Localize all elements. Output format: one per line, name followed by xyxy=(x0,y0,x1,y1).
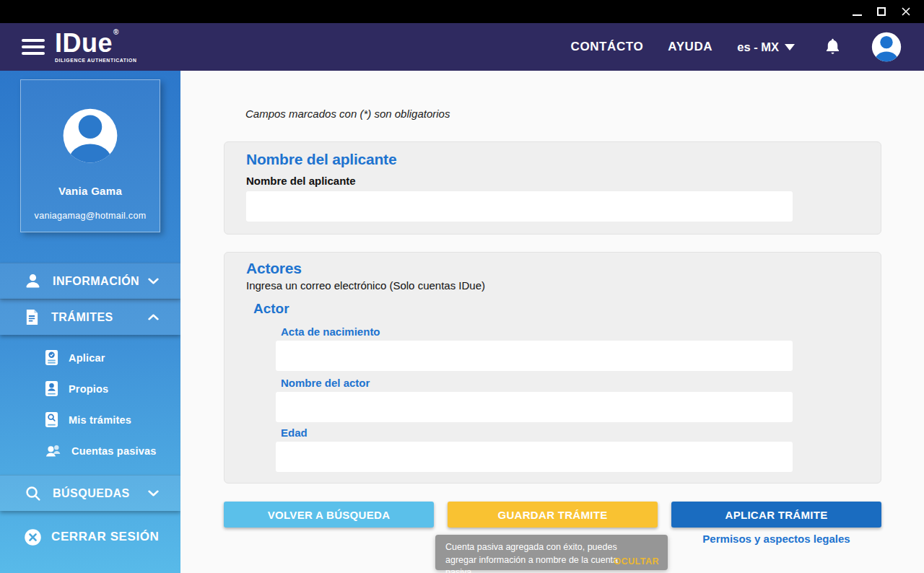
sidebar-item-label: Cuentas pasivas xyxy=(71,445,156,457)
legal-permissions-link[interactable]: Permisos y aspectos legales xyxy=(671,533,881,545)
sidebar-item-label: Propios xyxy=(69,383,108,395)
save-procedure-button[interactable]: GUARDAR TRÁMITE xyxy=(448,502,658,528)
sidebar-item-propios[interactable]: Propios xyxy=(0,373,180,404)
sidebar-item-mis-tramites[interactable]: Mis trámites xyxy=(0,404,180,435)
profile-card: Vania Gama vaniagamag@hotmail.com xyxy=(20,79,160,232)
sidebar-item-label: Mis trámites xyxy=(69,414,131,426)
age-label: Edad xyxy=(281,427,308,439)
search-icon xyxy=(25,485,41,502)
sidebar-item-label: BÚSQUEDAS xyxy=(53,487,130,500)
applicant-section: Nombre del aplicante Nombre del aplicant… xyxy=(224,141,881,235)
registered-mark: ® xyxy=(113,29,118,36)
applicant-name-label: Nombre del aplicante xyxy=(246,175,356,187)
sidebar-item-busquedas[interactable]: BÚSQUEDAS xyxy=(0,475,180,511)
logout-x-circle-icon xyxy=(24,528,42,546)
age-input[interactable] xyxy=(276,442,793,472)
toast-message: Cuenta pasiva agregada con éxito, puedes… xyxy=(445,541,633,573)
user-avatar-icon xyxy=(871,31,902,63)
sidebar-item-label: TRÁMITES xyxy=(51,311,113,324)
close-icon xyxy=(901,6,911,17)
actors-section-title: Actores xyxy=(246,260,302,277)
minimize-icon xyxy=(853,14,862,16)
chevron-up-icon xyxy=(148,314,159,320)
apply-card-icon xyxy=(45,349,58,366)
document-icon xyxy=(25,309,40,325)
language-value: es - MX xyxy=(737,40,779,54)
person-icon xyxy=(25,273,41,289)
caret-down-icon xyxy=(785,44,795,51)
hamburger-icon xyxy=(22,39,45,42)
birth-certificate-input[interactable] xyxy=(276,341,793,371)
back-to-search-button[interactable]: VOLVER A BÚSQUEDA xyxy=(224,502,434,528)
own-card-icon xyxy=(45,380,58,397)
sidebar-item-aplicar[interactable]: Aplicar xyxy=(0,342,180,373)
window-titlebar xyxy=(0,0,924,23)
menu-toggle-button[interactable] xyxy=(22,35,45,58)
actor-name-label: Nombre del actor xyxy=(281,377,370,389)
sidebar-item-cuentas-pasivas[interactable]: Cuentas pasivas xyxy=(0,435,180,466)
applicant-section-title: Nombre del aplicante xyxy=(246,151,396,168)
sidebar-item-tramites[interactable]: TRÁMITES xyxy=(0,299,180,335)
profile-name: Vania Gama xyxy=(58,185,122,197)
nav-contact-link[interactable]: CONTÁCTO xyxy=(571,40,644,54)
apply-procedure-button[interactable]: APLICAR TRÁMITE xyxy=(671,502,881,528)
window-maximize-button[interactable] xyxy=(871,1,892,22)
toast-notification: Cuenta pasiva agregada con éxito, puedes… xyxy=(435,535,668,570)
profile-email: vaniagamag@hotmail.com xyxy=(35,211,147,221)
window-close-button[interactable] xyxy=(895,1,917,22)
sidebar-item-cerrar-sesion[interactable]: CERRAR SESIÓN xyxy=(0,520,180,554)
logo-text: IDue xyxy=(55,30,113,56)
sidebar-item-informacion[interactable]: INFORMACIÓN xyxy=(0,263,180,299)
group-icon xyxy=(45,443,61,458)
actors-section: Actores Ingresa un correo electrónico (S… xyxy=(224,252,881,484)
tramites-submenu: Aplicar Propios xyxy=(0,335,180,475)
search-card-icon xyxy=(45,411,58,428)
actor-name-input[interactable] xyxy=(276,392,793,422)
user-avatar-button[interactable] xyxy=(871,31,902,63)
main-content: Campos marcados con (*) son obligatorios… xyxy=(180,71,924,573)
app-window: IDue ® DILIGENCE AUTHENTICATION CONTÁCTO… xyxy=(0,0,924,573)
sidebar: Vania Gama vaniagamag@hotmail.com INFORM… xyxy=(0,71,180,573)
language-selector[interactable]: es - MX xyxy=(737,40,795,54)
sidebar-nav: INFORMACIÓN TRÁMITES xyxy=(0,263,180,511)
chevron-down-icon xyxy=(148,490,159,497)
nav-help-link[interactable]: AYUDA xyxy=(668,40,712,54)
applicant-name-input[interactable] xyxy=(246,191,793,222)
toast-hide-button[interactable]: OCULTAR xyxy=(614,556,659,567)
required-fields-note: Campos marcados con (*) son obligatorios xyxy=(245,108,450,120)
birth-certificate-label: Acta de nacimiento xyxy=(281,325,380,338)
sidebar-item-label: INFORMACIÓN xyxy=(53,275,139,288)
sidebar-item-label: CERRAR SESIÓN xyxy=(51,530,160,544)
actor-title: Actor xyxy=(253,301,289,317)
bell-icon xyxy=(824,38,841,56)
sidebar-item-label: Aplicar xyxy=(69,352,105,364)
profile-avatar-icon xyxy=(62,108,118,164)
actors-section-subtitle: Ingresa un correo electrónico (Solo cuen… xyxy=(246,279,485,292)
maximize-icon xyxy=(877,7,886,16)
logo-tagline: DILIGENCE AUTHENTICATION xyxy=(55,58,136,64)
header-nav: CONTÁCTO AYUDA es - MX xyxy=(571,31,924,63)
notifications-button[interactable] xyxy=(824,38,841,56)
app-logo[interactable]: IDue ® DILIGENCE AUTHENTICATION xyxy=(55,30,136,64)
form-actions: VOLVER A BÚSQUEDA GUARDAR TRÁMITE APLICA… xyxy=(224,502,881,528)
window-minimize-button[interactable] xyxy=(846,1,868,22)
chevron-down-icon xyxy=(148,278,159,284)
app-header: IDue ® DILIGENCE AUTHENTICATION CONTÁCTO… xyxy=(0,23,924,71)
